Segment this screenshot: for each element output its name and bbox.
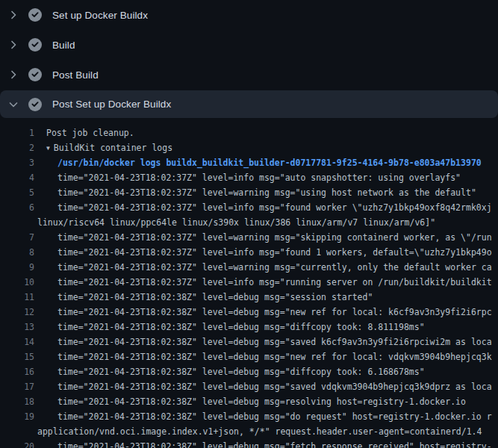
log-line: 13time="2021-04-23T18:02:38Z" level=debu… xyxy=(0,320,498,335)
log-line: 20time="2021-04-23T18:02:38Z" level=debu… xyxy=(0,439,498,448)
step-label: Build xyxy=(52,40,75,51)
log-line-number[interactable]: 1 xyxy=(0,125,34,140)
chevron-right-icon[interactable] xyxy=(7,9,19,21)
step-header-post-build[interactable]: Post Build xyxy=(0,60,498,90)
step-completed-check-icon xyxy=(28,38,42,52)
log-line-number[interactable]: 20 xyxy=(0,439,34,448)
log-line: 15time="2021-04-23T18:02:38Z" level=debu… xyxy=(0,349,498,364)
log-line-text: time="2021-04-23T18:02:38Z" level=debug … xyxy=(0,320,498,335)
step-label: Post Build xyxy=(52,69,99,81)
log-line-number[interactable]: 2 xyxy=(0,140,34,155)
log-line-text: application/vnd.oci.image.index.v1+json,… xyxy=(0,424,498,439)
log-line: 19time="2021-04-23T18:02:38Z" level=debu… xyxy=(0,409,498,424)
log-line: 8time="2021-04-23T18:02:37Z" level=info … xyxy=(0,245,498,260)
step-completed-check-icon xyxy=(28,8,42,22)
log-line: 1Post job cleanup. xyxy=(0,125,498,140)
log-line-number[interactable]: 15 xyxy=(0,349,34,364)
log-line-number[interactable]: 17 xyxy=(0,379,34,394)
log-line-text: time="2021-04-23T18:02:37Z" level=warnin… xyxy=(0,230,498,245)
log-group-label: BuildKit container logs xyxy=(54,143,172,153)
log-line-text: time="2021-04-23T18:02:38Z" level=debug … xyxy=(0,335,498,349)
log-line-number[interactable]: 3 xyxy=(0,155,34,170)
log-line-text: time="2021-04-23T18:02:38Z" level=debug … xyxy=(0,394,498,409)
chevron-down-icon[interactable] xyxy=(7,99,19,111)
triangle-down-icon: ▼ xyxy=(46,141,50,155)
log-line: 7time="2021-04-23T18:02:37Z" level=warni… xyxy=(0,230,498,245)
log-line-text: time="2021-04-23T18:02:37Z" level=info m… xyxy=(0,275,498,290)
log-line: 4time="2021-04-23T18:02:37Z" level=info … xyxy=(0,170,498,185)
log-command-text: /usr/bin/docker logs buildx_buildkit_bui… xyxy=(0,155,498,170)
log-line-text: time="2021-04-23T18:02:38Z" level=debug … xyxy=(0,305,498,320)
log-line-number[interactable]: 9 xyxy=(0,260,34,275)
log-line-number[interactable]: 11 xyxy=(0,290,34,305)
log-line-text: time="2021-04-23T18:02:38Z" level=debug … xyxy=(0,290,498,305)
log-line: 17time="2021-04-23T18:02:38Z" level=debu… xyxy=(0,379,498,394)
log-line-number[interactable]: 13 xyxy=(0,320,34,335)
log-line: 6time="2021-04-23T18:02:37Z" level=info … xyxy=(0,200,498,215)
log-line-text: time="2021-04-23T18:02:37Z" level=warnin… xyxy=(0,260,498,275)
log-line-number[interactable]: 7 xyxy=(0,230,34,245)
log-lines-container: 1Post job cleanup.2▼BuildKit container l… xyxy=(0,125,498,448)
log-line-text: time="2021-04-23T18:02:38Z" level=debug … xyxy=(0,364,498,379)
log-line: 14time="2021-04-23T18:02:38Z" level=debu… xyxy=(0,335,498,349)
log-group-toggle[interactable]: ▼BuildKit container logs xyxy=(0,140,498,155)
step-label: Set up Docker Buildx xyxy=(52,10,148,21)
log-line-text: Post job cleanup. xyxy=(0,125,498,140)
step-label: Post Set up Docker Buildx xyxy=(52,99,171,110)
log-line: 2▼BuildKit container logs xyxy=(0,140,498,155)
log-line-text: time="2021-04-23T18:02:37Z" level=info m… xyxy=(0,245,498,260)
log-line-number[interactable]: 8 xyxy=(0,245,34,260)
log-line: 5time="2021-04-23T18:02:37Z" level=warni… xyxy=(0,185,498,200)
step-header-set-up-docker-buildx[interactable]: Set up Docker Buildx xyxy=(0,0,498,30)
log-line: linux/riscv64 linux/ppc64le linux/s390x … xyxy=(0,215,498,230)
log-line: 3/usr/bin/docker logs buildx_buildkit_bu… xyxy=(0,155,498,170)
log-line: 18time="2021-04-23T18:02:38Z" level=debu… xyxy=(0,394,498,409)
step-completed-check-icon xyxy=(28,98,42,111)
log-line: application/vnd.oci.image.index.v1+json,… xyxy=(0,424,498,439)
log-line-number[interactable]: 4 xyxy=(0,170,34,185)
step-header-build[interactable]: Build xyxy=(0,30,498,60)
log-line: 12time="2021-04-23T18:02:38Z" level=debu… xyxy=(0,305,498,320)
log-line: 10time="2021-04-23T18:02:37Z" level=info… xyxy=(0,275,498,290)
log-line-text: time="2021-04-23T18:02:38Z" level=debug … xyxy=(0,349,498,364)
log-line: 16time="2021-04-23T18:02:38Z" level=debu… xyxy=(0,364,498,379)
log-line-text: linux/riscv64 linux/ppc64le linux/s390x … xyxy=(0,215,498,230)
chevron-right-icon[interactable] xyxy=(7,69,19,81)
log-line-number[interactable]: 6 xyxy=(0,200,34,215)
log-line-number[interactable]: 5 xyxy=(0,185,34,200)
log-line-text: time="2021-04-23T18:02:37Z" level=warnin… xyxy=(0,185,498,200)
step-header-post-set-up-docker-buildx[interactable]: Post Set up Docker Buildx xyxy=(0,90,498,118)
step-completed-check-icon xyxy=(28,68,42,81)
log-line-number[interactable]: 10 xyxy=(0,275,34,290)
log-line-number[interactable]: 14 xyxy=(0,335,34,349)
log-line: 11time="2021-04-23T18:02:38Z" level=debu… xyxy=(0,290,498,305)
log-line-number[interactable]: 16 xyxy=(0,364,34,379)
log-line-number[interactable]: 19 xyxy=(0,409,34,424)
log-line-text: time="2021-04-23T18:02:38Z" level=debug … xyxy=(0,379,498,394)
log-line-text: time="2021-04-23T18:02:37Z" level=info m… xyxy=(0,200,498,215)
log-line-text: time="2021-04-23T18:02:38Z" level=debug … xyxy=(0,409,498,424)
log-line-text: time="2021-04-23T18:02:37Z" level=info m… xyxy=(0,170,498,185)
log-line-text: time="2021-04-23T18:02:38Z" level=debug … xyxy=(0,439,498,448)
log-line: 9time="2021-04-23T18:02:37Z" level=warni… xyxy=(0,260,498,275)
log-line-number[interactable]: 18 xyxy=(0,394,34,409)
workflow-steps-list: Set up Docker BuildxBuildPost BuildPost … xyxy=(0,0,498,118)
log-line-number[interactable]: 12 xyxy=(0,305,34,320)
chevron-right-icon[interactable] xyxy=(7,39,19,51)
